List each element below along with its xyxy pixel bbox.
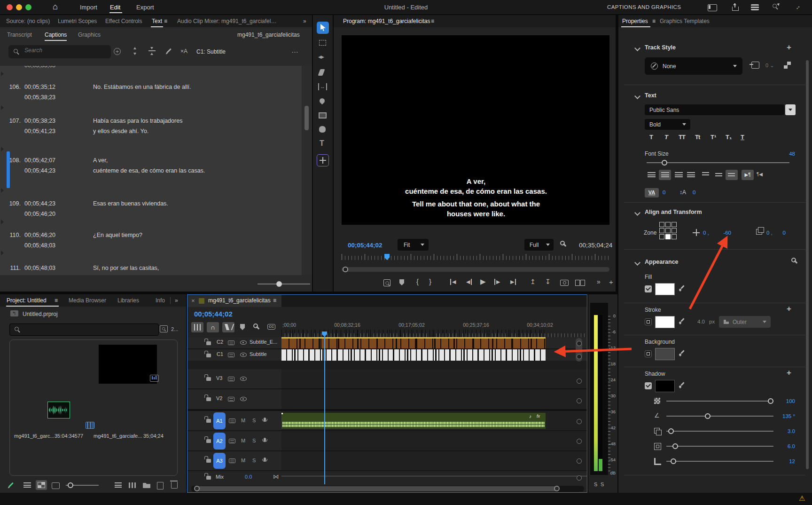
caption-search-input[interactable] — [23, 47, 105, 54]
timeline-zoom-handle-right[interactable] — [554, 486, 560, 491]
lift-icon[interactable]: ↥ — [530, 278, 536, 285]
source-patch-icon[interactable] — [228, 340, 234, 345]
push-style-icon[interactable] — [751, 62, 759, 69]
add-shadow-button[interactable]: + — [787, 370, 791, 376]
shadow-angle-track[interactable] — [666, 416, 773, 417]
caption-text-line[interactable]: ¿En aquel tiempo? — [93, 232, 142, 238]
solo-button[interactable]: S — [252, 418, 256, 423]
collapse-text-icon[interactable] — [634, 93, 640, 99]
item-name[interactable]: mg491_t6_garciafe... — [94, 433, 142, 439]
timeline-wrench-icon[interactable] — [253, 324, 260, 330]
lock-icon[interactable] — [206, 377, 211, 381]
mix-volume-value[interactable]: 0.0 — [245, 474, 252, 480]
caption-text-line[interactable]: Sí, no por ser las casitas, — [93, 265, 159, 271]
writable-icon[interactable] — [8, 482, 14, 488]
caption-zoom-knob[interactable] — [276, 281, 282, 287]
shadow-size-knob[interactable] — [672, 443, 678, 449]
track-output-icon[interactable] — [240, 377, 247, 381]
shadow-distance-knob[interactable] — [668, 428, 674, 434]
source-patch-icon[interactable] — [228, 397, 234, 402]
position-x-value[interactable]: 0 , — [703, 230, 712, 236]
track-v3-label[interactable]: V3 — [216, 375, 222, 381]
underline-button[interactable]: T — [741, 134, 744, 141]
track-output-icon[interactable] — [240, 397, 247, 401]
caption-out-time[interactable]: 00;05;41;23 — [24, 128, 55, 134]
align-right-icon[interactable] — [675, 172, 683, 178]
workspaces-icon[interactable] — [708, 4, 717, 11]
stacked-panels-icon[interactable] — [751, 4, 759, 10]
project-search-input[interactable] — [24, 325, 153, 332]
razor-tool[interactable] — [318, 69, 325, 76]
lock-icon[interactable] — [206, 354, 211, 357]
track-scroll-handle[interactable] — [577, 354, 582, 359]
timeline-playhead-line[interactable] — [324, 336, 325, 484]
edit-caption-icon[interactable] — [166, 48, 172, 54]
linked-selection-button[interactable] — [222, 322, 234, 332]
zone-cell[interactable] — [659, 222, 664, 227]
track-c1-label[interactable]: C1 — [217, 351, 223, 357]
add-button-icon[interactable]: + — [609, 278, 613, 286]
subscript-button[interactable]: T₁ — [726, 134, 732, 141]
project-panel-menu-icon[interactable]: ≡ — [55, 294, 58, 307]
timeline-zoom-handle-left[interactable] — [194, 486, 200, 491]
program-settings-icon[interactable] — [560, 241, 567, 247]
snap-toggle-button[interactable]: ∩ — [207, 322, 219, 332]
merge-caption-icon[interactable] — [150, 47, 153, 55]
track-a2-badge[interactable]: A2 — [213, 433, 226, 450]
source-patch-icon[interactable] — [229, 439, 235, 443]
caption-text-line[interactable]: cuénteme de esa, de cómo eran las casas. — [93, 167, 205, 174]
shadow-opacity-value[interactable]: 100 — [776, 398, 795, 404]
stroke-style-dropdown[interactable]: Outer — [719, 316, 771, 328]
solo-button[interactable]: S — [252, 458, 256, 463]
mark-out-icon[interactable]: } — [429, 277, 431, 285]
program-video-area[interactable]: A ver, cuénteme de esa, de cómo eran las… — [342, 35, 609, 225]
shadow-blur-track[interactable] — [666, 461, 773, 462]
solo-button[interactable]: S — [252, 438, 256, 443]
add-stroke-button[interactable]: + — [787, 306, 791, 312]
caption-row[interactable]: 106. 00;05;35;12 00;05;38;23 No. Estábam… — [0, 79, 302, 110]
step-forward-icon[interactable]: ▶ — [494, 279, 500, 285]
split-caption-icon[interactable] — [133, 47, 136, 55]
tab-libraries[interactable]: Libraries — [117, 294, 139, 307]
track-scroll-handle[interactable] — [577, 419, 582, 424]
track-output-icon[interactable] — [240, 340, 247, 345]
caption-out-time[interactable]: 00;05;38;23 — [24, 94, 55, 101]
new-bin-icon[interactable] — [143, 483, 150, 488]
program-scrollbar-knob[interactable] — [343, 267, 348, 272]
zone-grid[interactable] — [659, 222, 677, 239]
text-direction-rtl-icon[interactable]: ¶◀ — [757, 172, 763, 177]
a1-audio-clip[interactable]: ♪ fx — [281, 413, 546, 429]
collapse-track-style-icon[interactable] — [634, 45, 640, 51]
zone-cell[interactable] — [665, 228, 671, 233]
stroke-color-swatch[interactable] — [655, 316, 675, 328]
caption-search-box[interactable] — [8, 45, 111, 58]
offset-x-value[interactable]: 0 , — [766, 230, 776, 236]
program-scrollbar[interactable] — [342, 267, 609, 272]
program-quality-dropdown[interactable]: Full — [524, 239, 554, 251]
tab-source[interactable]: Source: (no clips) — [6, 15, 50, 27]
project-zoom-knob[interactable] — [68, 482, 73, 488]
shadow-blur-knob[interactable] — [671, 458, 676, 464]
caption-in-time[interactable]: 00;05;48;03 — [24, 265, 55, 271]
new-item-icon[interactable] — [157, 482, 164, 489]
track-scroll-handle[interactable] — [577, 458, 582, 464]
tab-graphics-templates[interactable]: Graphics Templates — [660, 15, 710, 27]
lift-magnifier-icon[interactable] — [383, 279, 390, 286]
track-scroll-handle[interactable] — [577, 475, 582, 481]
hand-tool[interactable] — [319, 126, 326, 133]
tab-text[interactable]: Text — [152, 15, 162, 27]
source-tab-overflow-icon[interactable]: » — [303, 15, 306, 27]
translate-icon[interactable]: ×A — [180, 48, 187, 55]
caption-track-selector[interactable]: C1: Subtitle — [196, 48, 226, 55]
project-search-box[interactable] — [9, 324, 159, 336]
background-eyedropper-icon[interactable] — [679, 350, 685, 356]
align-left-icon[interactable] — [648, 172, 656, 178]
timeline-ruler[interactable]: ;00;00 00;08;32;16 00;17;05;02 00;25;37;… — [281, 321, 586, 337]
voiceover-record-icon[interactable] — [264, 458, 266, 461]
caption-in-time[interactable]: 00;05;44;23 — [24, 200, 55, 207]
background-checkbox[interactable] — [645, 350, 652, 357]
text-section-header[interactable]: Text — [645, 92, 656, 99]
program-panel-menu-icon[interactable]: ≡ — [431, 15, 434, 27]
selection-tool[interactable] — [317, 22, 329, 34]
font-size-knob[interactable] — [662, 160, 667, 166]
